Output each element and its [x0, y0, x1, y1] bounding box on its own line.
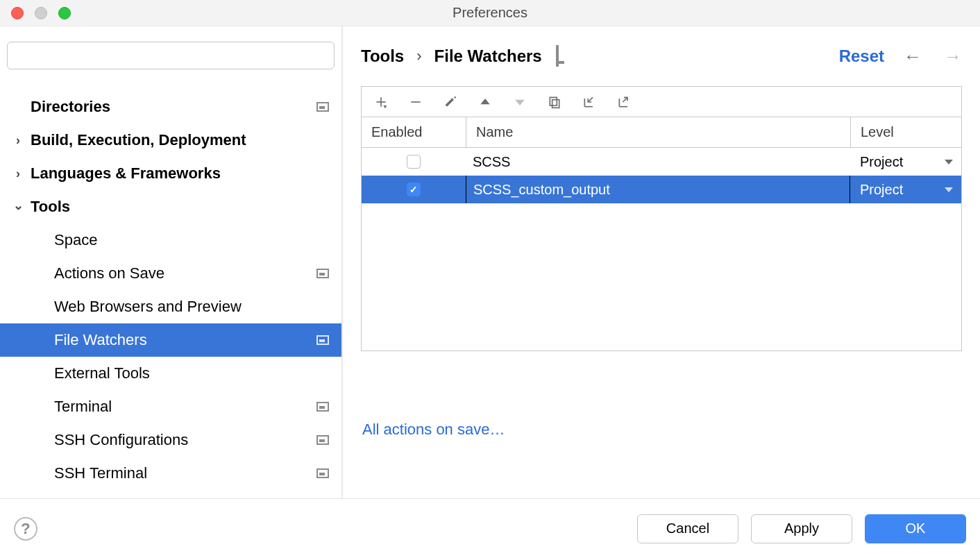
watcher-level: Project — [860, 182, 903, 198]
sidebar-item-label: Build, Execution, Deployment — [31, 131, 246, 149]
add-icon[interactable] — [374, 95, 388, 109]
chevron-down-icon: ⌄ — [12, 198, 24, 213]
sidebar-item-actions-on-save[interactable]: Actions on Save — [0, 257, 341, 290]
sidebar-item-build-execution-deployment[interactable]: › Build, Execution, Deployment — [0, 124, 341, 157]
watcher-level: Project — [860, 154, 903, 170]
svg-rect-9 — [552, 99, 559, 108]
sidebar-item-label: External Tools — [54, 364, 150, 382]
scope-project-icon — [316, 435, 329, 445]
sidebar-item-label: Space — [54, 231, 97, 249]
sidebar-item-label: Languages & Frameworks — [31, 164, 221, 183]
scope-project-icon — [316, 269, 329, 278]
col-level[interactable]: Level — [850, 117, 961, 147]
settings-tree: Directories › Build, Execution, Deployme… — [0, 76, 341, 498]
table-row[interactable]: SCSS_custom_output Project — [362, 176, 961, 203]
sidebar-item-languages-frameworks[interactable]: › Languages & Frameworks — [0, 157, 341, 190]
sidebar-item-web-browsers[interactable]: Web Browsers and Preview — [0, 290, 341, 323]
table-header: Enabled Name Level — [362, 117, 961, 148]
breadcrumb-parent[interactable]: Tools — [361, 46, 404, 66]
search-input[interactable] — [7, 42, 335, 69]
scope-project-icon — [316, 402, 329, 412]
titlebar: Preferences — [0, 0, 980, 26]
ok-button[interactable]: OK — [865, 514, 966, 543]
scope-project-icon — [316, 468, 329, 478]
sidebar-item-space[interactable]: Space — [0, 223, 341, 257]
sidebar-item-label: Directories — [31, 98, 110, 116]
sidebar-item-label: SSH Configurations — [54, 431, 188, 449]
settings-panel: Tools › File Watchers Reset ← → — [343, 26, 980, 498]
sidebar-item-label: File Watchers — [54, 331, 147, 349]
chevron-right-icon: › — [12, 133, 24, 148]
enabled-checkbox[interactable] — [407, 183, 421, 196]
apply-button[interactable]: Apply — [751, 514, 852, 543]
edit-icon[interactable] — [443, 95, 457, 109]
reset-link[interactable]: Reset — [839, 46, 884, 66]
sidebar-item-ssh-terminal[interactable]: SSH Terminal — [0, 457, 341, 490]
chevron-down-icon — [945, 160, 953, 164]
scope-project-icon — [316, 335, 329, 345]
chevron-right-icon: › — [12, 167, 24, 181]
sidebar-item-terminal[interactable]: Terminal — [0, 390, 341, 423]
sidebar-item-label: Actions on Save — [54, 264, 164, 282]
scope-project-icon — [556, 46, 559, 66]
table-row[interactable]: SCSS Project — [362, 148, 961, 176]
table-toolbar — [361, 86, 962, 117]
level-select[interactable]: Project — [850, 176, 961, 203]
help-icon[interactable]: ? — [14, 517, 37, 541]
import-icon[interactable] — [582, 95, 596, 109]
move-down-icon — [513, 95, 527, 109]
watchers-table: Enabled Name Level SCSS Project SCSS_cus… — [361, 117, 962, 351]
back-icon[interactable]: ← — [904, 46, 922, 67]
col-name[interactable]: Name — [466, 117, 850, 147]
sidebar-item-tools[interactable]: ⌄ Tools — [0, 190, 341, 223]
minimize-window-icon[interactable] — [35, 7, 47, 19]
col-enabled[interactable]: Enabled — [362, 117, 466, 147]
zoom-window-icon[interactable] — [58, 7, 71, 19]
window-controls — [11, 7, 71, 19]
move-up-icon[interactable] — [478, 95, 492, 109]
main: Directories › Build, Execution, Deployme… — [0, 26, 980, 498]
footer: ? Cancel Apply OK — [0, 498, 980, 558]
svg-marker-6 — [480, 99, 489, 104]
breadcrumb-current: File Watchers — [434, 46, 542, 66]
sidebar-item-file-watchers[interactable]: File Watchers — [0, 323, 341, 357]
scope-project-icon — [316, 102, 329, 112]
window-title: Preferences — [0, 5, 980, 21]
enabled-checkbox[interactable] — [407, 155, 421, 169]
watcher-name: SCSS — [473, 154, 510, 170]
chevron-right-icon: › — [416, 47, 421, 65]
cancel-button[interactable]: Cancel — [637, 514, 738, 543]
svg-rect-8 — [550, 97, 557, 105]
copy-icon[interactable] — [548, 95, 561, 109]
sidebar-item-label: Terminal — [54, 398, 112, 416]
panel-header: Tools › File Watchers Reset ← → — [343, 26, 980, 86]
chevron-down-icon — [945, 187, 953, 192]
forward-icon[interactable]: → — [944, 46, 962, 67]
sidebar-item-label: Tools — [31, 198, 70, 216]
sidebar: Directories › Build, Execution, Deployme… — [0, 26, 343, 498]
all-actions-link[interactable]: All actions on save… — [362, 421, 505, 438]
sidebar-item-label: Web Browsers and Preview — [54, 298, 242, 316]
nav-arrows: ← → — [904, 46, 962, 67]
sidebar-item-label: SSH Terminal — [54, 464, 147, 482]
sidebar-item-external-tools[interactable]: External Tools — [0, 357, 341, 390]
breadcrumb: Tools › File Watchers — [361, 46, 559, 66]
export-icon[interactable] — [617, 95, 631, 109]
svg-marker-4 — [383, 105, 387, 108]
watcher-name: SCSS_custom_output — [473, 182, 610, 198]
remove-icon[interactable] — [409, 95, 423, 109]
svg-marker-7 — [515, 99, 524, 105]
close-window-icon[interactable] — [11, 7, 24, 19]
level-select[interactable]: Project — [850, 148, 961, 176]
sidebar-item-directories[interactable]: Directories — [0, 90, 341, 124]
sidebar-item-ssh-configurations[interactable]: SSH Configurations — [0, 423, 341, 457]
